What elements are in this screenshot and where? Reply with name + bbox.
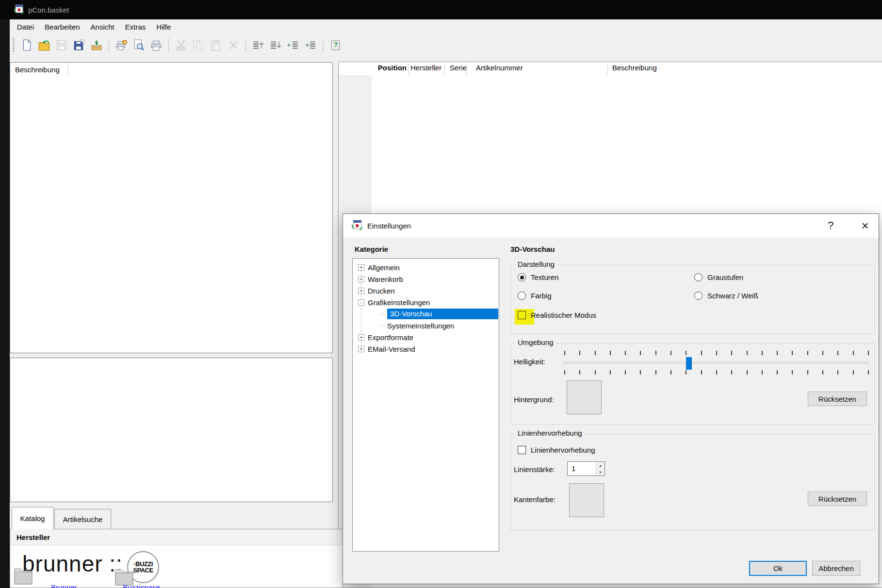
column-header-position[interactable]: Position bbox=[375, 64, 407, 72]
print-icon[interactable] bbox=[149, 38, 163, 52]
edgecolor-label: Kantenfarbe: bbox=[514, 495, 555, 504]
darstellung-legend: Darstellung bbox=[515, 260, 557, 268]
linewidth-value[interactable]: 1 bbox=[568, 462, 596, 475]
category-tree: +Allgemein +Warenkorb +Drucken -Grafikei… bbox=[352, 258, 499, 552]
buzzispace-link[interactable]: Buzzispace bbox=[123, 583, 160, 588]
radio-schwarz-weiss[interactable]: Schwarz / Weiß bbox=[694, 292, 758, 300]
column-divider bbox=[466, 63, 467, 75]
cancel-button[interactable]: Abbrechen bbox=[812, 561, 860, 576]
dialog-title: Einstellungen bbox=[367, 222, 411, 230]
description-panel-header: Beschreibung bbox=[10, 63, 332, 76]
indent-icon[interactable] bbox=[303, 38, 318, 52]
spinner-down-icon[interactable]: ▼ bbox=[596, 469, 604, 475]
menu-extras[interactable]: Extras bbox=[120, 21, 151, 33]
new-document-icon[interactable] bbox=[19, 38, 34, 52]
outdent-icon[interactable] bbox=[286, 38, 300, 52]
radio-graustufen[interactable]: Graustufen bbox=[694, 273, 743, 281]
tree-item-exportformate[interactable]: +Exportformate bbox=[353, 331, 499, 343]
manufacturer-section-header: Hersteller bbox=[10, 529, 343, 545]
radio-texturen[interactable]: Texturen bbox=[518, 273, 559, 281]
help-icon[interactable]: ? bbox=[328, 38, 343, 52]
print-settings-icon[interactable] bbox=[114, 38, 129, 52]
close-icon[interactable]: × bbox=[854, 217, 876, 234]
brightness-slider[interactable] bbox=[563, 348, 870, 375]
checkbox-linienhervorhebung[interactable]: Linienhervorhebung bbox=[518, 446, 595, 454]
tree-item-grafikeinstellungen[interactable]: -Grafikeinstellungen bbox=[353, 296, 499, 308]
expand-icon[interactable]: + bbox=[358, 264, 364, 271]
expand-icon[interactable]: + bbox=[358, 276, 364, 282]
brightness-slider-thumb[interactable] bbox=[686, 357, 692, 370]
radio-button[interactable] bbox=[694, 273, 702, 281]
copy-icon[interactable] bbox=[191, 38, 206, 52]
toolbar: ? bbox=[10, 34, 882, 56]
screen: pCon.basket Datei Bearbeiten Ansicht Ext… bbox=[0, 0, 882, 588]
column-header-serie[interactable]: Serie bbox=[450, 64, 467, 72]
brunner-logo[interactable]: brunner :: bbox=[22, 551, 123, 577]
radio-button[interactable] bbox=[518, 273, 526, 281]
background-label: Hintergrund: bbox=[514, 395, 554, 404]
toolbar-separator bbox=[245, 38, 246, 52]
paste-icon[interactable] bbox=[209, 38, 223, 52]
checkbox[interactable] bbox=[518, 446, 526, 454]
spinner-up-icon[interactable]: ▲ bbox=[596, 462, 604, 469]
radio-farbig[interactable]: Farbig bbox=[518, 292, 552, 300]
tab-katalog[interactable]: Katalog bbox=[12, 507, 53, 529]
reset-lines-button[interactable]: Rücksetzen bbox=[808, 491, 867, 506]
move-down-icon[interactable] bbox=[268, 38, 283, 52]
radio-button[interactable] bbox=[694, 292, 702, 300]
window-titlebar: pCon.basket bbox=[0, 0, 882, 19]
tree-item-email-versand[interactable]: +EMail-Versand bbox=[353, 343, 499, 355]
expand-icon[interactable]: + bbox=[358, 288, 364, 294]
radio-button[interactable] bbox=[518, 292, 526, 300]
tree-stub bbox=[380, 326, 386, 326]
column-header-artikelnummer[interactable]: Artikelnummer bbox=[476, 64, 523, 72]
slider-ticks-top bbox=[564, 351, 869, 355]
toolbar-separator bbox=[109, 38, 109, 52]
checkbox[interactable] bbox=[518, 311, 526, 319]
move-up-icon[interactable] bbox=[251, 38, 265, 52]
expand-icon[interactable]: + bbox=[358, 346, 364, 352]
tree-item-warenkorb[interactable]: +Warenkorb bbox=[353, 273, 499, 285]
description-header-label[interactable]: Beschreibung bbox=[10, 65, 68, 74]
dialog-help-button[interactable]: ? bbox=[820, 217, 841, 234]
slider-track[interactable] bbox=[563, 361, 869, 364]
tree-item-3d-vorschau[interactable]: 3D-Vorschau bbox=[353, 308, 499, 320]
linewidth-label: Linienstärke: bbox=[514, 465, 555, 474]
settings-dialog: Einstellungen ? × Kategorie +Allgemein +… bbox=[343, 213, 879, 584]
checkbox-realistischer-modus[interactable]: Realistischer Modus bbox=[518, 311, 596, 319]
reset-environment-button[interactable]: Rücksetzen bbox=[808, 392, 867, 406]
background-color-swatch[interactable] bbox=[567, 380, 602, 414]
linewidth-spinner[interactable]: 1 ▲▼ bbox=[567, 461, 605, 476]
import-icon[interactable] bbox=[89, 38, 104, 52]
expand-icon[interactable]: + bbox=[358, 334, 364, 341]
dialog-titlebar: Einstellungen bbox=[343, 214, 879, 237]
ok-button[interactable]: Ok bbox=[749, 561, 807, 576]
menu-bearbeiten[interactable]: Bearbeiten bbox=[39, 21, 85, 33]
page-title: 3D-Vorschau bbox=[510, 245, 555, 253]
category-label: Kategorie bbox=[355, 245, 388, 253]
edge-color-swatch[interactable] bbox=[569, 483, 604, 517]
brunner-link[interactable]: Brunner bbox=[51, 583, 77, 588]
column-header-hersteller[interactable]: Hersteller bbox=[410, 64, 441, 72]
manufacturer-header-label: Hersteller bbox=[10, 533, 50, 541]
column-header-beschreibung[interactable]: Beschreibung bbox=[612, 64, 657, 72]
toolbar-separator bbox=[323, 38, 323, 52]
tab-artikelsuche[interactable]: Artikelsuche bbox=[54, 509, 111, 529]
open-icon[interactable] bbox=[37, 38, 51, 52]
cut-icon[interactable] bbox=[174, 38, 188, 52]
column-divider bbox=[408, 63, 408, 75]
column-divider bbox=[68, 63, 68, 76]
save-icon[interactable] bbox=[54, 38, 69, 52]
tree-item-systemeinstellungen[interactable]: Systemeinstellungen bbox=[353, 320, 499, 331]
menu-datei[interactable]: Datei bbox=[12, 21, 39, 33]
tree-item-drucken[interactable]: +Drucken bbox=[353, 285, 499, 296]
collapse-icon[interactable]: - bbox=[358, 299, 364, 306]
linienhervorhebung-legend: Linienhervorhebung bbox=[515, 429, 585, 437]
menu-hilfe[interactable]: Hilfe bbox=[151, 21, 176, 33]
delete-icon[interactable] bbox=[226, 38, 241, 52]
tree-item-allgemein[interactable]: +Allgemein bbox=[353, 261, 499, 273]
folder-icon[interactable] bbox=[14, 565, 33, 587]
print-preview-icon[interactable] bbox=[131, 38, 146, 52]
menu-ansicht[interactable]: Ansicht bbox=[85, 21, 120, 33]
save-as-icon[interactable] bbox=[72, 38, 86, 52]
